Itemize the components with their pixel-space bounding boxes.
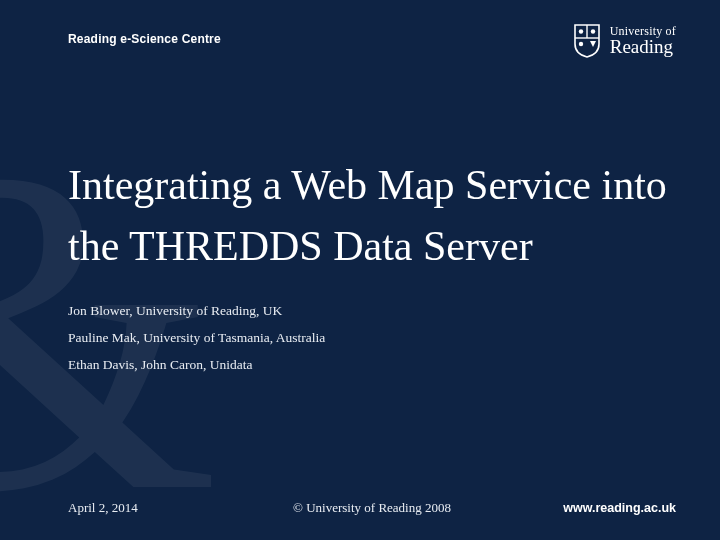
footer-url: www.reading.ac.uk [563,501,676,515]
slide-title: Integrating a Web Map Service into the T… [68,155,680,277]
svg-point-4 [591,29,595,33]
authors-list: Jon Blower, University of Reading, UK Pa… [68,297,680,378]
svg-point-5 [579,42,583,46]
footer-date: April 2, 2014 [68,500,138,516]
logo-line2: Reading [610,37,676,57]
centre-name: Reading e-Science Centre [68,24,221,46]
author-line: Ethan Davis, John Caron, Unidata [68,351,680,378]
university-logo: University of Reading [574,24,676,58]
slide-footer: April 2, 2014 © University of Reading 20… [68,500,676,516]
shield-icon [574,24,600,58]
slide-header: Reading e-Science Centre University of R… [0,24,720,58]
footer-copyright: © University of Reading 2008 [293,500,451,516]
author-line: Jon Blower, University of Reading, UK [68,297,680,324]
svg-point-3 [579,29,583,33]
logo-text: University of Reading [610,25,676,58]
title-block: Integrating a Web Map Service into the T… [68,155,680,378]
author-line: Pauline Mak, University of Tasmania, Aus… [68,324,680,351]
